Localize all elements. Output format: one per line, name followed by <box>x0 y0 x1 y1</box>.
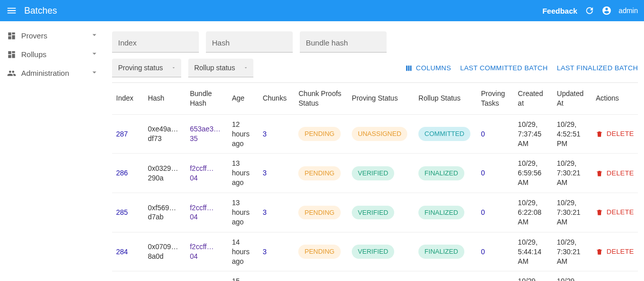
feedback-link[interactable]: Feedback <box>543 7 577 15</box>
last-committed-batch-link[interactable]: LAST COMMITTED BATCH <box>460 64 548 72</box>
trash-icon <box>596 169 603 177</box>
sidebar-item-provers[interactable]: Provers <box>0 26 106 45</box>
bundle-hash-link-line2[interactable]: 04 <box>190 252 224 261</box>
created-at-cell: 10/29, 6:22:08 AM <box>514 193 553 232</box>
header-actions: Actions <box>592 83 638 114</box>
content: Proving status Rollup status COLUMNS LAS… <box>106 21 644 281</box>
delete-button-label: DELETE <box>607 208 634 217</box>
chunk-proofs-status-chip: PENDING <box>298 166 340 180</box>
chevron-down-icon <box>243 64 248 72</box>
columns-button[interactable]: COLUMNS <box>405 64 451 72</box>
delete-button[interactable]: DELETE <box>596 247 634 256</box>
bundle-hash-link[interactable]: f2ccff… <box>190 164 213 172</box>
proving-status-chip: UNASSIGNED <box>352 127 407 141</box>
header-index: Index <box>112 83 144 114</box>
updated-at-cell: 10/29, 4:52:51 PM <box>553 114 592 154</box>
hash-cell: 0x0329…290a <box>144 154 186 193</box>
table-row: 2850xf569…d7abf2ccff…0413 hours ago3PEND… <box>112 193 638 232</box>
sidebar: Provers Rollups Administration <box>0 21 106 281</box>
index-filter-input[interactable] <box>112 31 199 53</box>
bundle-hash-link-line2[interactable]: 04 <box>190 212 224 222</box>
columns-button-label: COLUMNS <box>416 64 451 72</box>
header-proving-tasks: Proving Tasks <box>477 83 514 114</box>
proving-tasks-link[interactable]: 0 <box>481 208 485 216</box>
created-at-cell: 10/29, 6:59:56 AM <box>514 154 553 193</box>
table-row: 2830x431d…4fe8f2ccff…15 hours ago3PENDIN… <box>112 271 638 281</box>
chevron-down-icon <box>171 64 176 72</box>
updated-at-cell: 10/29, 7:30:21 AM <box>553 193 592 232</box>
header-chunks: Chunks <box>258 83 294 114</box>
rollup-status-select[interactable]: Rollup status <box>188 59 253 77</box>
chunks-link[interactable]: 3 <box>262 169 266 177</box>
index-link[interactable]: 287 <box>116 130 128 138</box>
delete-button-label: DELETE <box>607 169 634 178</box>
hash-cell: 0x431d…4fe8 <box>144 271 186 281</box>
chevron-down-icon <box>90 30 99 41</box>
dashboard-icon <box>7 31 19 40</box>
index-link[interactable]: 286 <box>116 169 128 177</box>
age-cell: 13 hours ago <box>228 193 258 232</box>
updated-at-cell: 10/29, 7:30:21 AM <box>553 232 592 271</box>
bundle-hash-link-line2[interactable]: 35 <box>190 134 224 144</box>
bundle-hash-filter-input[interactable] <box>300 31 387 53</box>
hash-cell: 0xf569…d7ab <box>144 193 186 232</box>
chevron-down-icon <box>90 68 99 78</box>
last-finalized-batch-link[interactable]: LAST FINALIZED BATCH <box>557 64 638 72</box>
header-bundle-hash: Bundle Hash <box>186 83 228 114</box>
sidebar-item-label: Administration <box>21 69 90 77</box>
index-link[interactable]: 284 <box>116 248 128 256</box>
proving-tasks-link[interactable]: 0 <box>481 169 485 177</box>
header-proving-status: Proving Status <box>348 83 414 114</box>
delete-button-label: DELETE <box>607 247 634 256</box>
dashboard-icon <box>7 50 19 59</box>
hash-filter-input[interactable] <box>206 31 293 53</box>
delete-button-label: DELETE <box>607 129 634 138</box>
chunks-link[interactable]: 3 <box>262 248 266 256</box>
sidebar-item-administration[interactable]: Administration <box>0 64 106 82</box>
proving-status-select-label: Proving status <box>118 64 163 72</box>
header-age: Age <box>228 83 258 114</box>
menu-icon[interactable] <box>6 5 17 16</box>
index-link[interactable]: 285 <box>116 208 128 216</box>
bundle-hash-link-line2[interactable]: 04 <box>190 173 224 183</box>
delete-button[interactable]: DELETE <box>596 129 634 138</box>
header-hash: Hash <box>144 83 186 114</box>
user-icon[interactable] <box>602 6 612 16</box>
bundle-hash-link[interactable]: f2ccff… <box>190 243 213 251</box>
sidebar-item-label: Provers <box>21 31 90 40</box>
sidebar-item-label: Rollups <box>21 50 90 59</box>
header-updated-at: Updated At <box>553 83 592 114</box>
proving-status-chip: VERIFIED <box>352 206 394 220</box>
rollup-status-chip: COMMITTED <box>418 127 470 141</box>
updated-at-cell: 10/29, 7:30:21 AM <box>553 154 592 193</box>
people-icon <box>7 69 19 78</box>
age-cell: 12 hours ago <box>228 114 258 154</box>
bundle-hash-link[interactable]: f2ccff… <box>190 204 213 212</box>
proving-tasks-link[interactable]: 0 <box>481 130 485 138</box>
rollup-status-chip: FINALIZED <box>418 245 464 259</box>
trash-icon <box>596 248 603 256</box>
bundle-hash-link[interactable]: 653ae3… <box>190 125 221 133</box>
header-rollup-status: Rollup Status <box>414 83 477 114</box>
refresh-icon[interactable] <box>584 6 595 16</box>
topbar: Batches Feedback admin <box>0 0 644 21</box>
updated-at-cell: 10/29, 7:30:21 AM <box>553 271 592 281</box>
batches-table: Index Hash Bundle Hash Age Chunks Chunk … <box>112 83 638 281</box>
age-cell: 14 hours ago <box>228 232 258 271</box>
table-row: 2840x0709…8a0df2ccff…0414 hours ago3PEND… <box>112 232 638 271</box>
age-cell: 13 hours ago <box>228 154 258 193</box>
header-created-at: Created at <box>514 83 553 114</box>
sidebar-item-rollups[interactable]: Rollups <box>0 45 106 64</box>
user-label: admin <box>619 7 638 15</box>
chunks-link[interactable]: 3 <box>262 130 266 138</box>
proving-tasks-link[interactable]: 0 <box>481 248 485 256</box>
chevron-down-icon <box>90 49 99 60</box>
delete-button[interactable]: DELETE <box>596 208 634 217</box>
rollup-status-chip: FINALIZED <box>418 166 464 180</box>
chunks-link[interactable]: 3 <box>262 208 266 216</box>
delete-button[interactable]: DELETE <box>596 169 634 178</box>
proving-status-select[interactable]: Proving status <box>112 59 181 77</box>
trash-icon <box>596 130 603 138</box>
select-filters-row: Proving status Rollup status COLUMNS LAS… <box>112 59 638 77</box>
hash-cell: 0xe49a…df73 <box>144 114 186 154</box>
